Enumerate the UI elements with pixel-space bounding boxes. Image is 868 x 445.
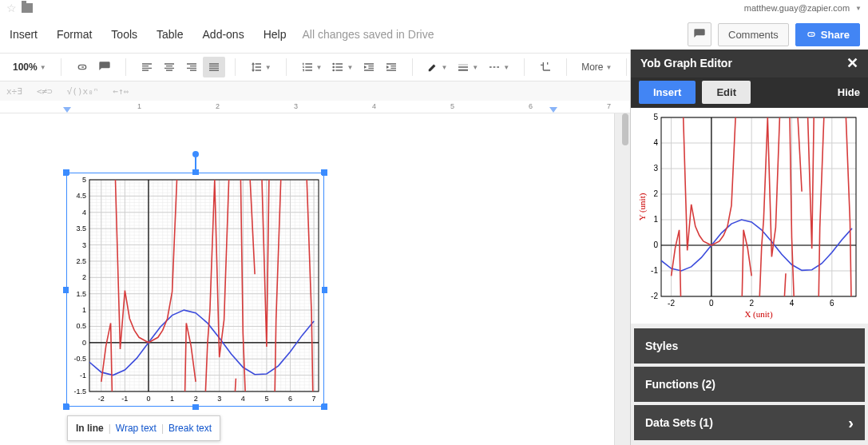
panel-functions[interactable]: Functions (2): [634, 367, 865, 402]
chevron-down-icon: ▼: [40, 64, 46, 71]
svg-text:2: 2: [749, 299, 754, 308]
svg-text:5: 5: [653, 113, 658, 121]
panel-styles[interactable]: Styles: [634, 328, 865, 364]
menu-format[interactable]: Format: [47, 23, 101, 46]
svg-text:5: 5: [82, 176, 86, 184]
sidebar-title: Yob Graph Editor: [640, 57, 732, 70]
chevron-down-icon: ▼: [441, 64, 447, 71]
svg-text:3: 3: [653, 164, 658, 173]
chevron-down-icon: ▼: [347, 64, 353, 71]
chart-image: -2-101234567-1.5-1-0.500.511.522.533.544…: [69, 175, 322, 404]
menu-tools[interactable]: Tools: [101, 23, 147, 46]
increase-indent-button[interactable]: [380, 57, 402, 77]
sidebar-edit-button[interactable]: Edit: [702, 81, 751, 104]
title-bar: ☆ matthew.guay@zapier.com ▼: [0, 0, 868, 16]
save-status: All changes saved in Drive: [302, 28, 434, 41]
share-button[interactable]: Share: [795, 23, 860, 46]
panel-functions-label: Functions (2): [645, 378, 715, 391]
chevron-down-icon: ▼: [316, 64, 323, 71]
svg-text:-2: -2: [668, 299, 675, 308]
border-dash-button[interactable]: ▼: [483, 57, 514, 77]
image-selection[interactable]: -2-101234567-1.5-1-0.500.511.522.533.544…: [66, 173, 324, 407]
svg-text:5: 5: [264, 395, 268, 403]
svg-text:0.5: 0.5: [76, 322, 86, 330]
svg-text:4: 4: [241, 395, 245, 403]
align-justify-button[interactable]: [203, 57, 225, 77]
svg-text:6: 6: [830, 299, 834, 308]
chevron-down-icon: ▼: [606, 64, 612, 71]
svg-text:2: 2: [82, 273, 86, 281]
svg-point-1: [333, 66, 335, 69]
panel-datasets[interactable]: Data Sets (1) ›: [634, 405, 865, 440]
line-spacing-button[interactable]: ▼: [245, 57, 276, 77]
svg-text:-0.5: -0.5: [73, 355, 86, 363]
page-canvas[interactable]: -2-101234567-1.5-1-0.500.511.522.533.544…: [0, 113, 615, 445]
svg-text:2.5: 2.5: [76, 257, 86, 265]
numbered-list-button[interactable]: ▼: [296, 57, 327, 77]
ruler-label: 4: [372, 102, 376, 110]
svg-text:4: 4: [82, 209, 86, 217]
sidebar-hide-link[interactable]: Hide: [838, 86, 860, 98]
sidebar-chart-preview: -20246-2-1012345X (unit)Y (unit): [631, 108, 868, 324]
ruler-label: 7: [607, 102, 611, 110]
menu-table[interactable]: Table: [147, 23, 192, 46]
math-group-relations[interactable]: <≠⊃: [34, 85, 56, 98]
math-group-funcs[interactable]: √()x₀ⁿ: [64, 85, 102, 98]
svg-text:0: 0: [146, 395, 150, 403]
menu-addons[interactable]: Add-ons: [193, 23, 254, 46]
svg-text:4: 4: [653, 138, 658, 147]
chat-icon[interactable]: [688, 22, 711, 46]
horizontal-ruler[interactable]: 1 2 3 4 5 6 7: [0, 101, 630, 113]
user-email-label: matthew.guay@zapier.com: [744, 3, 850, 13]
svg-text:3: 3: [217, 395, 221, 403]
border-color-button[interactable]: ▼: [422, 57, 452, 77]
math-group-arrows[interactable]: ←↑⇔: [110, 85, 133, 98]
svg-text:-2: -2: [651, 292, 658, 300]
sidebar-insert-button[interactable]: Insert: [639, 81, 696, 104]
svg-text:2: 2: [194, 395, 198, 403]
menu-help[interactable]: Help: [254, 23, 296, 46]
rotate-handle[interactable]: [192, 151, 199, 157]
document-area[interactable]: 1 2 3 4 5 6 7 -2-101234567-1.5-1-0.500.5…: [0, 101, 630, 445]
indent-right-handle[interactable]: [549, 107, 557, 113]
svg-text:1: 1: [82, 306, 86, 314]
indent-left-handle[interactable]: [63, 107, 71, 113]
zoom-select[interactable]: 100% ▼: [8, 57, 51, 77]
svg-text:-1: -1: [121, 395, 128, 403]
svg-text:4: 4: [790, 299, 795, 308]
svg-text:X (unit): X (unit): [744, 309, 772, 320]
align-right-button[interactable]: [180, 57, 203, 77]
wrap-text-option[interactable]: Wrap text: [116, 423, 157, 434]
menu-bar: Insert Format Tools Table Add-ons Help A…: [0, 16, 868, 53]
svg-text:-2: -2: [98, 395, 105, 403]
border-weight-button[interactable]: ▼: [452, 57, 483, 77]
account-menu[interactable]: matthew.guay@zapier.com ▼: [744, 3, 862, 13]
more-button[interactable]: More▼: [577, 57, 616, 77]
bulleted-list-button[interactable]: ▼: [327, 57, 358, 77]
comments-label: Comments: [728, 29, 779, 41]
align-left-button[interactable]: [136, 57, 158, 77]
star-icon[interactable]: ☆: [6, 2, 17, 14]
align-center-button[interactable]: [158, 57, 180, 77]
menu-insert[interactable]: Insert: [0, 23, 47, 46]
svg-text:Y (unit): Y (unit): [637, 193, 648, 221]
math-group-greek[interactable]: x÷∃: [3, 85, 26, 98]
svg-text:2: 2: [653, 189, 658, 198]
decrease-indent-button[interactable]: [358, 57, 380, 77]
close-icon[interactable]: ✕: [846, 54, 858, 72]
svg-text:0: 0: [709, 299, 714, 308]
svg-text:1.5: 1.5: [76, 290, 86, 298]
panel-datasets-label: Data Sets (1): [645, 416, 713, 429]
comments-button[interactable]: Comments: [718, 23, 789, 46]
svg-text:-1: -1: [80, 371, 86, 379]
svg-point-0: [333, 63, 335, 66]
wrap-inline-option[interactable]: In line: [76, 423, 104, 434]
insert-comment-button[interactable]: [93, 57, 116, 77]
crop-button[interactable]: [534, 57, 557, 77]
break-text-option[interactable]: Break text: [168, 423, 212, 434]
svg-text:4.5: 4.5: [76, 192, 86, 200]
vertical-scrollbar-thumb[interactable]: [622, 113, 628, 145]
text-wrap-popup: In line | Wrap text | Break text: [67, 415, 220, 441]
insert-link-button[interactable]: [71, 57, 93, 77]
folder-icon[interactable]: [22, 3, 33, 13]
